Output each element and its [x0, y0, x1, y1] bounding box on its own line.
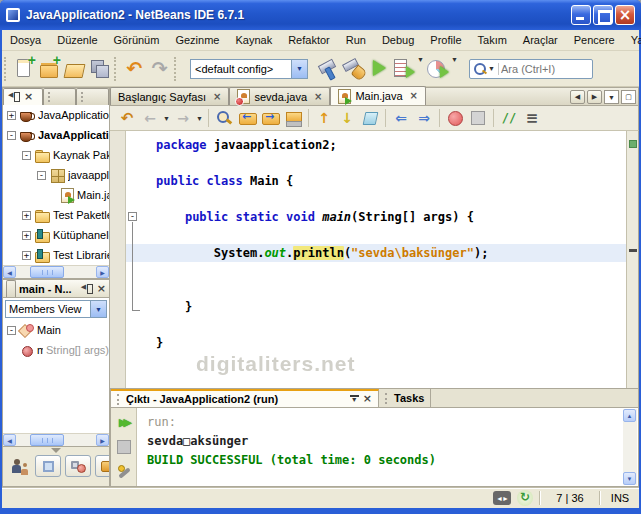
chevron-down-icon[interactable]: ▼ [90, 301, 106, 317]
undo-icon[interactable] [122, 56, 147, 81]
menu-run[interactable]: Run [338, 31, 374, 49]
forward-icon[interactable] [172, 108, 194, 128]
config-combobox[interactable]: <default config> ▼ [190, 59, 308, 79]
vertical-scrollbar[interactable]: ▲ ▼ [623, 409, 637, 485]
code-line[interactable]: public static void main(String[] args) { [126, 208, 626, 226]
scroll-left-icon[interactable]: ◀ [3, 434, 16, 446]
tab-services[interactable] [76, 88, 109, 105]
toolbar-grip[interactable] [4, 57, 8, 81]
error-stripe[interactable] [626, 131, 638, 388]
menu-dosya[interactable]: Dosya [2, 31, 49, 49]
menu-gezinme[interactable]: Gezinme [167, 31, 227, 49]
menu-d-zenle[interactable]: Düzenle [49, 31, 105, 49]
tree-item-test-libraries[interactable]: +Test Libraries [3, 245, 109, 265]
current-line-mark-icon[interactable] [629, 249, 637, 252]
horizontal-scrollbar[interactable]: ◀ ▶ [3, 265, 109, 278]
chevron-down-icon[interactable]: ▼ [162, 115, 171, 122]
record-macro-icon[interactable] [444, 108, 466, 128]
scroll-right-icon[interactable]: ▶ [96, 434, 109, 446]
show-static-members-button[interactable] [65, 455, 91, 477]
no-errors-mark-icon[interactable] [629, 140, 637, 148]
horizontal-scrollbar[interactable]: ◀ ▶ [3, 433, 109, 446]
profile-icon[interactable] [425, 56, 450, 81]
code-line[interactable] [126, 154, 626, 172]
code-line[interactable]: } [126, 334, 626, 352]
toolbar-grip[interactable] [114, 57, 118, 81]
run-icon[interactable] [366, 56, 391, 81]
members-view-combobox[interactable]: Members View ▼ [5, 300, 107, 318]
minimize-button[interactable] [571, 5, 591, 25]
menu-pencere[interactable]: Pencere [566, 31, 623, 49]
menu-ara-lar[interactable]: Araçlar [515, 31, 566, 49]
scroll-left-icon[interactable]: ◀ [3, 266, 16, 278]
scroll-tabs-right-icon[interactable]: ▶ [587, 90, 602, 104]
chevron-down-icon[interactable]: ▼ [416, 56, 425, 81]
tree-item-kaynak-paketleri[interactable]: -Kaynak Paketleri [3, 145, 109, 165]
quick-search[interactable]: ▼ [469, 59, 593, 79]
save-all-icon[interactable] [87, 56, 112, 81]
close-panel-icon[interactable]: × [97, 284, 106, 294]
toolbar-grip[interactable] [174, 57, 178, 81]
close-button[interactable] [615, 5, 635, 25]
nav-item-main[interactable]: -Main [3, 320, 109, 340]
chevron-down-icon[interactable]: ▼ [291, 60, 307, 78]
splitter-handle-icon[interactable] [51, 448, 61, 453]
next-bookmark-icon[interactable] [336, 108, 358, 128]
open-project-icon[interactable] [62, 56, 87, 81]
close-tab-icon[interactable]: × [314, 92, 322, 102]
expander-icon[interactable]: - [22, 151, 31, 160]
shift-left-icon[interactable] [390, 108, 412, 128]
ant-settings-icon[interactable] [115, 463, 133, 481]
search-input[interactable] [501, 63, 585, 75]
expander-icon[interactable]: + [22, 211, 31, 220]
close-tab-icon[interactable]: × [410, 91, 418, 101]
output-tab-tasks[interactable]: Tasks [379, 389, 431, 407]
shift-right-icon[interactable] [413, 108, 435, 128]
expander-icon[interactable]: + [22, 231, 31, 240]
uncomment-icon[interactable] [521, 108, 543, 128]
find-icon[interactable] [213, 108, 235, 128]
editor-tab-sevda-java[interactable]: sevda.java× [229, 87, 330, 105]
code-editor[interactable]: digitaliters.net package javaapplication… [110, 131, 639, 388]
update-status-icon[interactable]: ↻ [517, 490, 533, 506]
tab-files[interactable] [43, 88, 76, 105]
expander-icon[interactable]: + [22, 251, 31, 260]
tree-item-main-java[interactable]: Main.java [3, 185, 109, 205]
toggle-bookmark-icon[interactable] [359, 108, 381, 128]
expander-icon[interactable]: + [7, 111, 16, 120]
scroll-right-icon[interactable]: ▶ [96, 266, 109, 278]
code-line[interactable] [126, 280, 626, 298]
build-icon[interactable] [316, 56, 341, 81]
scroll-tabs-left-icon[interactable]: ◀ [570, 90, 585, 104]
minimize-panel-icon[interactable] [81, 284, 94, 294]
clean-build-icon[interactable] [341, 56, 366, 81]
minimize-panel-icon[interactable] [8, 92, 21, 102]
code-line[interactable]: public class Main { [126, 172, 626, 190]
previous-bookmark-icon[interactable] [313, 108, 335, 128]
scroll-down-icon[interactable]: ▼ [623, 472, 636, 485]
expander-icon[interactable]: - [7, 326, 16, 335]
code-area[interactable]: digitaliters.net package javaapplication… [126, 131, 626, 388]
editor-tab-ba-lang-sayfas[interactable]: Başlangıç Sayfası× [110, 87, 229, 105]
find-next-icon[interactable] [259, 108, 281, 128]
toggle-highlight-icon[interactable] [282, 108, 304, 128]
tree-item-javaapplication2[interactable]: -JavaApplication2 [3, 125, 109, 145]
close-panel-icon[interactable]: × [24, 92, 33, 102]
find-previous-icon[interactable] [236, 108, 258, 128]
code-line[interactable]: package javaapplication2; [126, 136, 626, 154]
code-line[interactable]: System.out.println("sevda\baksünger"); [126, 244, 626, 262]
sync-status-icon[interactable]: ◄► [493, 491, 511, 505]
expander-icon[interactable]: - [7, 131, 16, 140]
close-tab-icon[interactable]: × [213, 92, 221, 102]
output-tab-kt-javaapplication2-run[interactable]: Çıktı - JavaApplication2 (run)× [111, 389, 379, 407]
chevron-down-icon[interactable]: ▼ [195, 115, 204, 122]
menu-g-r-n-m[interactable]: Görünüm [106, 31, 168, 49]
tree-item-k-t-phaneler[interactable]: +Kütüphaneler [3, 225, 109, 245]
tree-item-javaapplication2[interactable]: -javaapplication2 [3, 165, 109, 185]
menu-profile[interactable]: Profile [422, 31, 469, 49]
menu-debug[interactable]: Debug [374, 31, 422, 49]
last-edit-icon[interactable] [116, 108, 138, 128]
tree-item-javaapplication1[interactable]: +JavaApplication1 [3, 105, 109, 125]
menu-refaktor[interactable]: Refaktor [280, 31, 338, 49]
comment-icon[interactable] [498, 108, 520, 128]
